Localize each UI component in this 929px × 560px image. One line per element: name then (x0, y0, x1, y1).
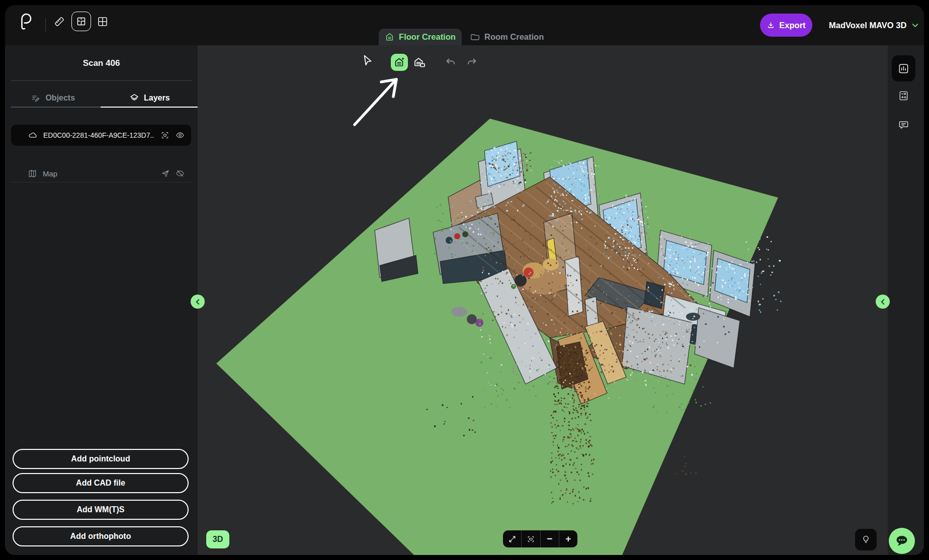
chat-bubble-icon (894, 533, 909, 548)
viewport-3d[interactable] (198, 45, 924, 555)
tab-objects-label: Objects (45, 94, 75, 103)
map-icon (28, 169, 37, 178)
view-mode-badge[interactable]: 3D (206, 530, 229, 548)
bar-chart-icon (898, 63, 909, 74)
map-divider (11, 182, 192, 182)
layers-panel: Scan 406 Objects Layers (5, 45, 198, 555)
export-label: Export (779, 21, 805, 30)
calculations-button[interactable] (898, 90, 909, 102)
comment-icon (898, 119, 909, 131)
download-icon (767, 21, 775, 30)
undo-button[interactable] (444, 56, 457, 69)
comments-button[interactable] (898, 119, 909, 131)
locate-icon[interactable] (161, 169, 170, 178)
collapse-right-panel-button[interactable] (876, 295, 890, 309)
floorplan-icon (76, 16, 87, 27)
measure-tool-button[interactable] (53, 15, 66, 28)
export-button[interactable]: Export (760, 14, 812, 37)
cloud-icon (28, 131, 37, 140)
tab-layers[interactable]: Layers (102, 88, 198, 108)
hints-button[interactable] (855, 529, 877, 550)
scan-title: Scan 406 (5, 58, 198, 68)
lightbulb-icon (861, 534, 871, 545)
right-toolbar (888, 45, 924, 555)
zoom-in-button[interactable]: + (559, 530, 577, 547)
stats-panel-button[interactable] (892, 55, 915, 81)
redo-icon (466, 56, 478, 68)
layer-row-map[interactable]: Map (11, 166, 191, 181)
zoom-out-button[interactable]: − (540, 530, 559, 547)
workspace-label: MadVoxel MAVO 3D (829, 21, 906, 30)
add-wmts-button[interactable]: Add WM(T)S (13, 500, 189, 520)
tab-underline-inactive (11, 107, 101, 108)
support-chat-button[interactable] (889, 528, 915, 554)
tab-objects[interactable]: Objects (5, 88, 102, 108)
fit-frame-icon (527, 535, 535, 543)
expand-icon (508, 535, 517, 543)
tab-floor-creation[interactable]: Floor Creation (379, 29, 462, 45)
logo-p-icon (17, 12, 37, 32)
floorplan-tool-button[interactable] (71, 12, 91, 31)
floor-house-icon (385, 32, 394, 42)
tab-layers-label: Layers (144, 94, 170, 103)
add-orthophoto-button[interactable]: Add orthophoto (13, 526, 189, 546)
topbar-divider (45, 18, 46, 32)
auto-floor-tool-button[interactable] (391, 54, 408, 71)
floor-manual-icon (413, 56, 427, 69)
app-window: Floor Creation Room Creation Export MadV… (5, 5, 924, 555)
tab-room-creation[interactable]: Room Creation (470, 29, 544, 45)
grid-tool-button[interactable] (96, 15, 109, 28)
undo-icon (445, 56, 457, 68)
pointcloud-scene[interactable] (198, 45, 924, 555)
visibility-on-icon[interactable] (176, 131, 185, 140)
layer-name: ED0C00-2281-460F-A9CE-123D7... (43, 131, 154, 139)
fit-view-button[interactable] (521, 530, 540, 547)
manual-floor-tool-button[interactable] (412, 55, 427, 69)
collapse-left-panel-button[interactable] (191, 295, 205, 309)
chevron-down-icon (911, 21, 919, 30)
sidebar-divider (11, 80, 192, 81)
floor-auto-icon (393, 56, 405, 68)
add-cad-button[interactable]: Add CAD file (13, 473, 189, 493)
folder-icon (470, 32, 480, 42)
focus-layer-icon[interactable] (160, 131, 170, 140)
annotation-arrow (355, 79, 396, 125)
zoom-controls: − + (503, 530, 577, 547)
redo-button[interactable] (465, 56, 478, 69)
objects-list-icon (31, 94, 41, 103)
tab-room-label: Room Creation (484, 32, 544, 42)
cursor-icon (361, 54, 374, 67)
visibility-off-icon[interactable] (176, 169, 185, 178)
fullscreen-button[interactable] (503, 530, 521, 547)
map-label: Map (43, 169, 155, 178)
layers-icon (129, 93, 139, 103)
tab-floor-label: Floor Creation (399, 32, 456, 42)
layer-row-pointcloud[interactable]: ED0C00-2281-460F-A9CE-123D7... (11, 125, 191, 146)
grid-icon (97, 16, 109, 28)
ruler-icon (53, 16, 65, 28)
select-tool-button[interactable] (360, 53, 374, 67)
app-logo[interactable] (16, 11, 38, 33)
calculator-icon (898, 90, 909, 102)
chevron-left-icon (880, 299, 886, 305)
workspace-menu[interactable]: MadVoxel MAVO 3D (829, 14, 919, 37)
top-bar: Floor Creation Room Creation Export MadV… (5, 5, 924, 45)
tab-underline-active (101, 107, 198, 108)
add-pointcloud-button[interactable]: Add pointcloud (13, 449, 189, 469)
chevron-left-icon (195, 299, 201, 305)
